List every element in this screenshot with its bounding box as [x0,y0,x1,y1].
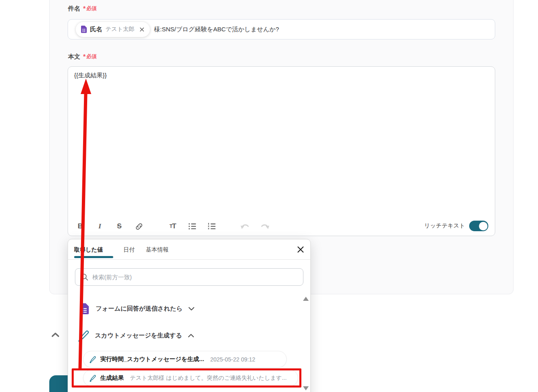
variable-search-box[interactable] [75,268,303,286]
variable-preview: 2025-05-22 09:12 [210,356,255,363]
variable-label: 生成結果 [100,374,124,382]
required-badge: 必須 [86,5,97,12]
close-icon[interactable] [296,245,305,254]
body-editor[interactable]: {{生成結果}} B I S TT [68,66,495,236]
subject-label: 件名 [68,5,80,13]
scrollbar-up-arrow[interactable] [303,297,309,301]
bold-button[interactable]: B [75,221,85,231]
tab-basic-info[interactable]: 基本情報 [146,246,169,254]
search-icon [81,273,88,281]
subject-input[interactable]: 氏名 テスト太郎 様:SNS/ブログ経験をABCで活かしませんか? [68,19,495,39]
generate-pen-icon [89,374,97,382]
search-input[interactable] [92,274,289,281]
variable-label: 実行時間_スカウトメッセージを生成... [100,355,204,363]
chip-value: テスト太郎 [105,26,134,33]
chip-name: 氏名 [90,26,102,33]
subject-label-row: 件名 * 必須 [68,5,97,13]
undo-icon [240,222,250,230]
body-content[interactable]: {{生成結果}} [74,72,107,79]
required-badge: 必須 [86,53,97,60]
body-label: 本文 [68,53,80,61]
variable-picker-popup: 取得した値 日付 基本情報 フォームに回答が送信されたら [68,239,311,392]
link-icon [135,222,143,231]
font-size-button[interactable]: TT [168,221,178,231]
redo-button[interactable] [260,221,270,231]
tab-acquired-values[interactable]: 取得した値 [74,246,103,254]
strikethrough-button[interactable]: S [114,221,124,231]
variable-item-generated-result[interactable]: 生成結果 テスト太郎様 はじめまして。突然のご連絡失礼いたします... [83,370,298,386]
undo-button[interactable] [240,221,250,231]
name-variable-chip[interactable]: 氏名 テスト太郎 [76,22,150,37]
tab-divider [68,259,310,260]
subject-value-text: 様:SNS/ブログ経験をABCで活かしませんか? [154,26,279,33]
bullet-list-button[interactable] [187,221,197,231]
generate-pen-icon [89,355,97,363]
variable-preview: テスト太郎様 はじめまして。突然のご連絡失礼いたします... [130,374,287,382]
chevron-up-icon[interactable] [188,334,194,337]
redo-icon [260,222,270,230]
italic-button[interactable]: I [95,221,105,231]
page: 件名 * 必須 氏名 テスト太郎 様:SNS/ブログ経験をABCで活かしませんか… [0,0,538,392]
chip-remove-icon[interactable] [139,27,145,32]
body-label-row: 本文 * 必須 [68,53,97,61]
active-tab-underline [74,256,113,258]
toggle-knob [479,222,487,230]
required-asterisk: * [83,6,86,12]
required-asterisk: * [83,54,86,60]
generate-pen-icon [77,329,90,342]
link-button[interactable] [134,221,144,231]
group-form-trigger[interactable]: フォームに回答が送信されたら [80,301,194,316]
richtext-toggle[interactable] [469,221,488,231]
google-forms-icon [80,303,89,314]
chevron-down-icon[interactable] [189,307,194,311]
richtext-label: リッチテキスト [424,222,465,230]
group-label: フォームに回答が送信されたら [96,305,182,313]
group-generate-scout[interactable]: スカウトメッセージを生成する [77,327,194,344]
bullet-list-icon [188,222,197,231]
richtext-toggle-row: リッチテキスト [424,221,488,231]
google-forms-icon [81,26,87,33]
scrollbar-down-arrow[interactable] [303,386,309,390]
numbered-list-button[interactable] [207,221,217,231]
group-label: スカウトメッセージを生成する [95,332,182,339]
numbered-list-icon [207,222,216,231]
variable-item-exec-time[interactable]: 実行時間_スカウトメッセージを生成... 2025-05-22 09:12 [83,351,287,368]
section-collapse-chevron-icon[interactable] [52,331,59,339]
tab-date[interactable]: 日付 [123,246,135,254]
